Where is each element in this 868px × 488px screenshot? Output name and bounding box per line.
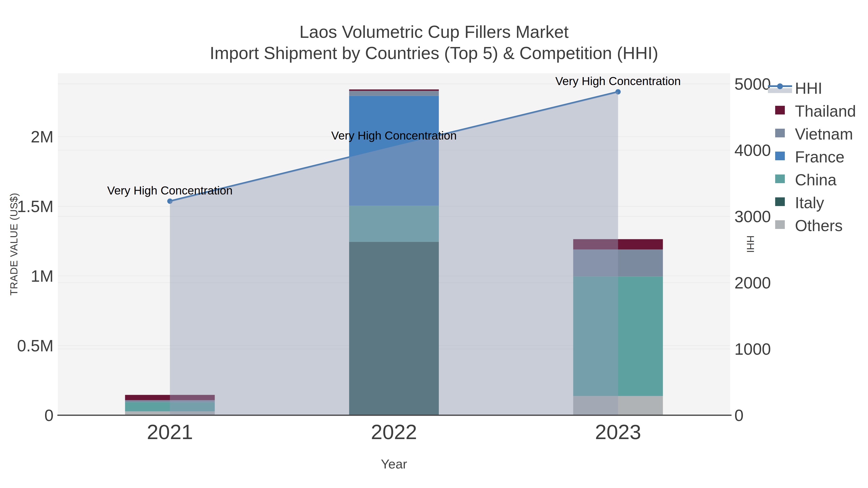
color-swatch-icon (768, 152, 792, 162)
x-tick-label-2023: 2023 (595, 420, 641, 444)
legend-label: Italy (795, 194, 824, 212)
bar-segment-thailand-2022[interactable] (349, 89, 439, 91)
legend-label: Others (795, 217, 843, 235)
y-left-tick-label: 0 (44, 406, 54, 424)
legend-label: Thailand (795, 102, 856, 120)
y-right-tick-label: 1000 (735, 340, 771, 358)
y-right-tick-label: 0 (735, 406, 744, 424)
legend-item-others[interactable]: Others (768, 214, 856, 237)
annotation-2022: Very High Concentration (331, 129, 457, 142)
color-swatch-icon (768, 174, 792, 185)
legend-item-thailand[interactable]: Thailand (768, 100, 856, 123)
y-right-tick-label: 5000 (735, 75, 771, 93)
y-left-tick-label: 1.5M (17, 197, 54, 216)
x-tick-label-2022: 2022 (371, 420, 417, 444)
plot-area: 00.5M1M1.5M2M010002000300040005000202120… (0, 0, 868, 488)
legend-item-italy[interactable]: Italy (768, 191, 856, 214)
y-right-tick-label: 4000 (735, 141, 771, 159)
annotation-2021: Very High Concentration (107, 184, 233, 197)
y-left-tick-label: 0.5M (17, 336, 54, 355)
legend-label: HHI (795, 79, 823, 97)
y-left-tick-label: 2M (31, 128, 54, 146)
x-tick-label-2021: 2021 (147, 420, 193, 444)
legend-label: China (795, 171, 836, 189)
annotation-2023: Very High Concentration (555, 75, 681, 88)
legend-label: Vietnam (795, 125, 853, 143)
y-axis-title-right: HHI (745, 235, 756, 253)
y-right-tick-label: 2000 (735, 273, 771, 292)
color-swatch-icon (768, 197, 792, 208)
legend-item-hhi[interactable]: HHI (768, 77, 856, 100)
bar-segment-vietnam-2022[interactable] (349, 91, 439, 96)
color-swatch-icon (768, 106, 792, 117)
legend-item-china[interactable]: China (768, 168, 856, 191)
legend-label: France (795, 148, 844, 166)
hhi-line-icon (768, 83, 792, 94)
legend-item-france[interactable]: France (768, 145, 856, 168)
x-axis-title: Year (381, 456, 407, 471)
legend: HHIThailandVietnamFranceChinaItalyOthers (768, 77, 856, 237)
chart-figure: Laos Volumetric Cup Fillers Market Impor… (0, 0, 868, 488)
y-axis-title-left: TRADE VALUE (US$) (8, 193, 20, 296)
legend-item-vietnam[interactable]: Vietnam (768, 123, 856, 145)
y-left-tick-label: 1M (31, 267, 54, 285)
y-right-tick-label: 3000 (735, 207, 771, 226)
color-swatch-icon (768, 220, 792, 231)
color-swatch-icon (768, 129, 792, 139)
